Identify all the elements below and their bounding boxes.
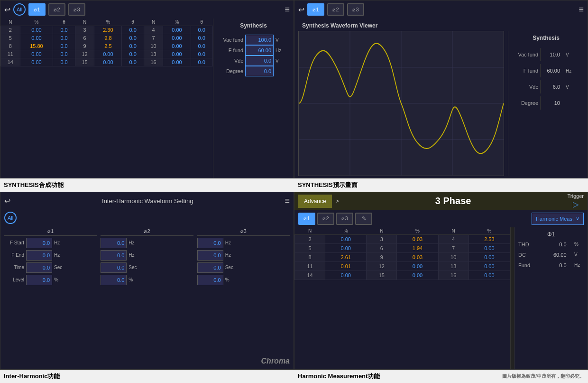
synth-cell: 5 — [1, 34, 20, 42]
harmonic-topbar: Advance > 3 Phase Trigger ▷ — [294, 192, 588, 210]
viewer-tab-phi1[interactable]: ⌀1 — [307, 3, 324, 16]
synth-cell: 0.00 — [20, 50, 53, 58]
synth-field-unit: Hz — [276, 48, 283, 53]
harmonic-cell: 10 — [438, 252, 469, 262]
harmonic-cell: 2 — [295, 234, 325, 243]
fend-input-2[interactable] — [101, 250, 127, 261]
viewer-back-button[interactable]: ↩ — [298, 5, 304, 14]
inter-back-button[interactable]: ↩ — [4, 196, 10, 206]
harmonic-cell: 12 — [367, 262, 397, 271]
time-unit-1: Sec — [54, 265, 64, 270]
col-pct1: % — [20, 19, 53, 26]
harmonic-cell: 14 — [295, 271, 325, 280]
fstart-input-3[interactable] — [197, 238, 223, 248]
viewer-topbar: ↩ ⌀1 ⌀2 ⌀3 ≡ — [294, 0, 588, 19]
tab-all[interactable]: All — [13, 3, 26, 16]
inter-col-2: ⌀2 Hz Hz Sec — [101, 227, 193, 368]
waveform-area — [298, 31, 504, 176]
harmonic-tab-phi2[interactable]: ⌀2 — [317, 213, 334, 225]
phi2-icon: ⌀2 — [54, 7, 60, 13]
tab-phi1[interactable]: ⌀1 — [28, 3, 46, 16]
inter-col1-rows: F Start Hz F End Hz Time Sec — [4, 238, 97, 285]
level-input-3[interactable] — [197, 275, 223, 285]
fstart-input-1[interactable] — [26, 238, 52, 248]
synthesis-topbar: ↩ All ⌀1 ⌀2 ⌀3 ≡ — [0, 0, 294, 19]
caption-bottom-left: Inter-Harmonic功能 — [0, 370, 294, 383]
harmonic-side-title: Φ1 — [518, 231, 584, 238]
synth-field-unit: V — [276, 37, 283, 43]
harmonic-cell: 0.03 — [397, 234, 438, 243]
fend-input-1[interactable] — [26, 250, 52, 261]
harmonic-cell: 0.00 — [325, 271, 367, 280]
inter-row-level-3: % — [197, 275, 290, 285]
synth-field-input[interactable] — [245, 35, 274, 45]
viewer-tab-phi3[interactable]: ⌀3 — [347, 3, 364, 16]
harmonic-tab-phi3[interactable]: ⌀3 — [336, 213, 353, 225]
synth-field: Vdc V — [217, 56, 290, 66]
phase-title: 3 Phase — [343, 196, 564, 206]
phi3-icon: ⌀3 — [74, 7, 80, 13]
synth-field-input[interactable] — [245, 66, 274, 76]
trigger-button[interactable]: ▷ — [573, 200, 579, 209]
chroma-watermark: Chroma — [261, 357, 290, 365]
fstart-input-2[interactable] — [101, 238, 127, 248]
level-input-2[interactable] — [101, 275, 127, 285]
time-label-1: Time — [4, 265, 24, 270]
synth-cell: 0.00 — [20, 26, 53, 34]
fend-input-3[interactable] — [197, 250, 223, 261]
viewer-phi2-icon: ⌀2 — [332, 7, 339, 13]
synth-cell: 0.0 — [122, 34, 144, 42]
viewer-menu-icon[interactable]: ≡ — [579, 5, 584, 15]
harmonic-cell: 4 — [438, 234, 469, 243]
harmonic-cell: 9 — [367, 252, 397, 262]
synthesis-side: Synthesis Vac fund V F fund Hz Vdc V Deg… — [213, 19, 294, 178]
inter-menu-icon[interactable]: ≡ — [285, 196, 290, 206]
scroll-bar[interactable] — [510, 227, 514, 370]
advance-label: Advance — [304, 198, 326, 205]
fstart-unit-3: Hz — [225, 240, 236, 245]
harmonic-side: Φ1 THD 0.0 % DC 60.00 V Fund. 0.0 Hz — [514, 227, 588, 370]
time-unit-2: Sec — [129, 265, 139, 270]
main-grid: ↩ All ⌀1 ⌀2 ⌀3 ≡ — [0, 0, 588, 383]
harmonic-cell: 0.00 — [469, 262, 510, 271]
h-col-n3: N — [438, 227, 469, 235]
synth-viewer-field: F fund 60.00 Hz — [512, 64, 580, 77]
fend-unit-3: Hz — [225, 252, 236, 258]
synth-cell: 14 — [1, 58, 20, 66]
harmonic-content: N % N % N % 20.0030.0342.5350.0061.9470.… — [294, 227, 588, 370]
level-input-1[interactable] — [26, 275, 52, 285]
col-n2: N — [75, 19, 94, 26]
harmonic-tab-edit[interactable]: ✎ — [355, 213, 372, 225]
synth-cell: 0.00 — [20, 34, 53, 42]
synth-cell: 0.0 — [122, 50, 144, 58]
inter-columns-grid: ⌀1 F Start Hz F End Hz T — [0, 225, 294, 370]
tab-phi3[interactable]: ⌀3 — [68, 3, 85, 16]
harmonic-table-row: 110.01120.00130.00 — [295, 262, 510, 271]
fstart-label-1: F Start — [4, 240, 24, 245]
synth-viewer-field-label: F fund — [512, 68, 538, 74]
inter-all-button[interactable]: All — [4, 212, 17, 224]
time-input-2[interactable] — [101, 262, 127, 273]
menu-icon[interactable]: ≡ — [285, 5, 290, 15]
synth-field-input[interactable] — [245, 45, 274, 56]
waveform-svg — [299, 31, 504, 176]
synth-cell: 0.00 — [163, 34, 191, 42]
time-input-3[interactable] — [197, 262, 223, 273]
harmonic-table: N % N % N % 20.0030.0342.5350.0061.9470.… — [294, 227, 510, 280]
harmonic-meas-dropdown[interactable]: Harmonic Meas. ∨ — [532, 213, 584, 225]
synth-field-input[interactable] — [245, 56, 274, 66]
metric-unit: Hz — [574, 262, 584, 268]
time-input-1[interactable] — [26, 262, 52, 273]
synth-cell: 0.0 — [191, 26, 212, 34]
viewer-tab-phi2[interactable]: ⌀2 — [327, 3, 344, 16]
caption-bottom-right: Harmonic Measurement功能 圖片版權為致茂/中茂所有，翻印必究… — [294, 370, 588, 383]
synth-cell: 4 — [144, 26, 163, 34]
synth-cell: 0.0 — [53, 42, 75, 50]
edit-icon: ✎ — [362, 215, 366, 222]
harmonic-tab-phi1[interactable]: ⌀1 — [298, 213, 315, 225]
back-button[interactable]: ↩ — [4, 5, 10, 14]
inter-title: Inter-Harmonic Waveform Setting — [13, 197, 282, 205]
advance-button[interactable]: Advance — [298, 195, 332, 208]
tab-phi2[interactable]: ⌀2 — [48, 3, 65, 16]
fend-label-1: F End — [4, 252, 24, 258]
